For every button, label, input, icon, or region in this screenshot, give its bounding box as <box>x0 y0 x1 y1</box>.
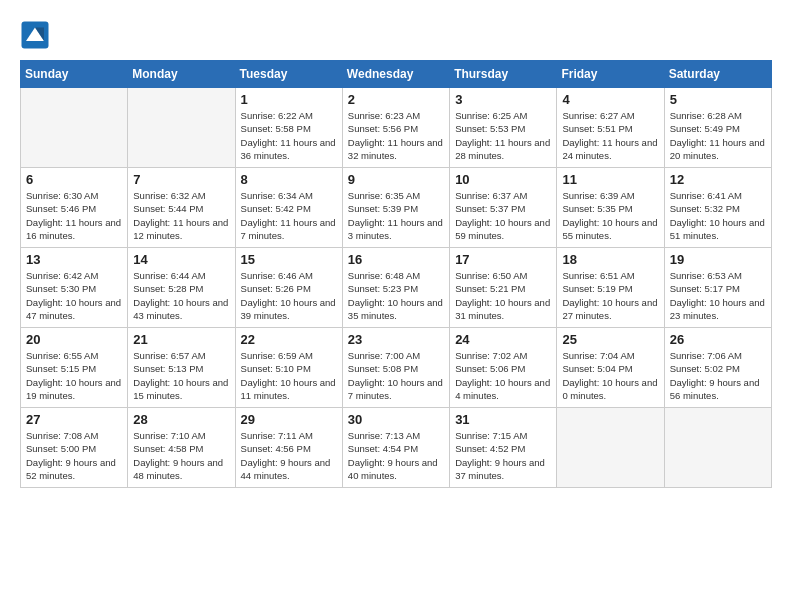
calendar-week-4: 20Sunrise: 6:55 AM Sunset: 5:15 PM Dayli… <box>21 328 772 408</box>
day-info: Sunrise: 6:46 AM Sunset: 5:26 PM Dayligh… <box>241 269 337 322</box>
day-number: 17 <box>455 252 551 267</box>
calendar-week-1: 1Sunrise: 6:22 AM Sunset: 5:58 PM Daylig… <box>21 88 772 168</box>
day-number: 16 <box>348 252 444 267</box>
page-header <box>20 20 772 50</box>
calendar-week-5: 27Sunrise: 7:08 AM Sunset: 5:00 PM Dayli… <box>21 408 772 488</box>
day-number: 29 <box>241 412 337 427</box>
day-number: 30 <box>348 412 444 427</box>
day-number: 7 <box>133 172 229 187</box>
calendar-day: 28Sunrise: 7:10 AM Sunset: 4:58 PM Dayli… <box>128 408 235 488</box>
calendar-day: 30Sunrise: 7:13 AM Sunset: 4:54 PM Dayli… <box>342 408 449 488</box>
weekday-header-tuesday: Tuesday <box>235 61 342 88</box>
calendar-day: 12Sunrise: 6:41 AM Sunset: 5:32 PM Dayli… <box>664 168 771 248</box>
logo <box>20 20 54 50</box>
calendar-day: 26Sunrise: 7:06 AM Sunset: 5:02 PM Dayli… <box>664 328 771 408</box>
calendar-day: 31Sunrise: 7:15 AM Sunset: 4:52 PM Dayli… <box>450 408 557 488</box>
day-info: Sunrise: 6:48 AM Sunset: 5:23 PM Dayligh… <box>348 269 444 322</box>
day-info: Sunrise: 6:23 AM Sunset: 5:56 PM Dayligh… <box>348 109 444 162</box>
day-info: Sunrise: 6:32 AM Sunset: 5:44 PM Dayligh… <box>133 189 229 242</box>
calendar-day: 1Sunrise: 6:22 AM Sunset: 5:58 PM Daylig… <box>235 88 342 168</box>
weekday-header-monday: Monday <box>128 61 235 88</box>
day-number: 12 <box>670 172 766 187</box>
day-info: Sunrise: 6:35 AM Sunset: 5:39 PM Dayligh… <box>348 189 444 242</box>
weekday-header-thursday: Thursday <box>450 61 557 88</box>
calendar-day: 23Sunrise: 7:00 AM Sunset: 5:08 PM Dayli… <box>342 328 449 408</box>
calendar-day: 4Sunrise: 6:27 AM Sunset: 5:51 PM Daylig… <box>557 88 664 168</box>
calendar-day: 22Sunrise: 6:59 AM Sunset: 5:10 PM Dayli… <box>235 328 342 408</box>
day-number: 1 <box>241 92 337 107</box>
day-number: 21 <box>133 332 229 347</box>
day-info: Sunrise: 6:22 AM Sunset: 5:58 PM Dayligh… <box>241 109 337 162</box>
day-number: 5 <box>670 92 766 107</box>
day-info: Sunrise: 7:15 AM Sunset: 4:52 PM Dayligh… <box>455 429 551 482</box>
calendar-day: 14Sunrise: 6:44 AM Sunset: 5:28 PM Dayli… <box>128 248 235 328</box>
day-info: Sunrise: 7:13 AM Sunset: 4:54 PM Dayligh… <box>348 429 444 482</box>
day-info: Sunrise: 7:08 AM Sunset: 5:00 PM Dayligh… <box>26 429 122 482</box>
day-info: Sunrise: 6:51 AM Sunset: 5:19 PM Dayligh… <box>562 269 658 322</box>
day-info: Sunrise: 6:25 AM Sunset: 5:53 PM Dayligh… <box>455 109 551 162</box>
calendar-day: 2Sunrise: 6:23 AM Sunset: 5:56 PM Daylig… <box>342 88 449 168</box>
day-number: 14 <box>133 252 229 267</box>
calendar-body: 1Sunrise: 6:22 AM Sunset: 5:58 PM Daylig… <box>21 88 772 488</box>
calendar-day: 3Sunrise: 6:25 AM Sunset: 5:53 PM Daylig… <box>450 88 557 168</box>
calendar-day <box>21 88 128 168</box>
calendar-day <box>128 88 235 168</box>
calendar-day <box>557 408 664 488</box>
day-number: 11 <box>562 172 658 187</box>
calendar-day: 27Sunrise: 7:08 AM Sunset: 5:00 PM Dayli… <box>21 408 128 488</box>
day-info: Sunrise: 6:59 AM Sunset: 5:10 PM Dayligh… <box>241 349 337 402</box>
calendar-day: 18Sunrise: 6:51 AM Sunset: 5:19 PM Dayli… <box>557 248 664 328</box>
calendar-day <box>664 408 771 488</box>
calendar-day: 6Sunrise: 6:30 AM Sunset: 5:46 PM Daylig… <box>21 168 128 248</box>
day-number: 31 <box>455 412 551 427</box>
day-number: 15 <box>241 252 337 267</box>
day-number: 13 <box>26 252 122 267</box>
day-info: Sunrise: 6:42 AM Sunset: 5:30 PM Dayligh… <box>26 269 122 322</box>
calendar-day: 21Sunrise: 6:57 AM Sunset: 5:13 PM Dayli… <box>128 328 235 408</box>
calendar-day: 20Sunrise: 6:55 AM Sunset: 5:15 PM Dayli… <box>21 328 128 408</box>
day-info: Sunrise: 6:55 AM Sunset: 5:15 PM Dayligh… <box>26 349 122 402</box>
day-number: 25 <box>562 332 658 347</box>
day-info: Sunrise: 6:28 AM Sunset: 5:49 PM Dayligh… <box>670 109 766 162</box>
weekday-header-sunday: Sunday <box>21 61 128 88</box>
calendar-day: 7Sunrise: 6:32 AM Sunset: 5:44 PM Daylig… <box>128 168 235 248</box>
day-info: Sunrise: 7:04 AM Sunset: 5:04 PM Dayligh… <box>562 349 658 402</box>
logo-icon <box>20 20 50 50</box>
day-info: Sunrise: 7:10 AM Sunset: 4:58 PM Dayligh… <box>133 429 229 482</box>
calendar-table: SundayMondayTuesdayWednesdayThursdayFrid… <box>20 60 772 488</box>
day-number: 8 <box>241 172 337 187</box>
calendar-day: 16Sunrise: 6:48 AM Sunset: 5:23 PM Dayli… <box>342 248 449 328</box>
calendar-day: 25Sunrise: 7:04 AM Sunset: 5:04 PM Dayli… <box>557 328 664 408</box>
day-number: 24 <box>455 332 551 347</box>
calendar-day: 5Sunrise: 6:28 AM Sunset: 5:49 PM Daylig… <box>664 88 771 168</box>
day-number: 22 <box>241 332 337 347</box>
day-number: 26 <box>670 332 766 347</box>
day-number: 28 <box>133 412 229 427</box>
day-info: Sunrise: 7:00 AM Sunset: 5:08 PM Dayligh… <box>348 349 444 402</box>
calendar-day: 24Sunrise: 7:02 AM Sunset: 5:06 PM Dayli… <box>450 328 557 408</box>
calendar-day: 17Sunrise: 6:50 AM Sunset: 5:21 PM Dayli… <box>450 248 557 328</box>
calendar-week-3: 13Sunrise: 6:42 AM Sunset: 5:30 PM Dayli… <box>21 248 772 328</box>
day-info: Sunrise: 6:53 AM Sunset: 5:17 PM Dayligh… <box>670 269 766 322</box>
day-number: 6 <box>26 172 122 187</box>
day-info: Sunrise: 6:39 AM Sunset: 5:35 PM Dayligh… <box>562 189 658 242</box>
calendar-week-2: 6Sunrise: 6:30 AM Sunset: 5:46 PM Daylig… <box>21 168 772 248</box>
calendar-day: 15Sunrise: 6:46 AM Sunset: 5:26 PM Dayli… <box>235 248 342 328</box>
calendar-day: 9Sunrise: 6:35 AM Sunset: 5:39 PM Daylig… <box>342 168 449 248</box>
day-number: 18 <box>562 252 658 267</box>
day-number: 4 <box>562 92 658 107</box>
calendar-day: 8Sunrise: 6:34 AM Sunset: 5:42 PM Daylig… <box>235 168 342 248</box>
day-info: Sunrise: 6:27 AM Sunset: 5:51 PM Dayligh… <box>562 109 658 162</box>
day-info: Sunrise: 6:41 AM Sunset: 5:32 PM Dayligh… <box>670 189 766 242</box>
day-number: 3 <box>455 92 551 107</box>
day-info: Sunrise: 7:11 AM Sunset: 4:56 PM Dayligh… <box>241 429 337 482</box>
calendar-day: 19Sunrise: 6:53 AM Sunset: 5:17 PM Dayli… <box>664 248 771 328</box>
day-number: 10 <box>455 172 551 187</box>
day-info: Sunrise: 6:50 AM Sunset: 5:21 PM Dayligh… <box>455 269 551 322</box>
day-number: 23 <box>348 332 444 347</box>
day-number: 19 <box>670 252 766 267</box>
calendar-day: 29Sunrise: 7:11 AM Sunset: 4:56 PM Dayli… <box>235 408 342 488</box>
weekday-header-friday: Friday <box>557 61 664 88</box>
calendar-day: 13Sunrise: 6:42 AM Sunset: 5:30 PM Dayli… <box>21 248 128 328</box>
weekday-header-saturday: Saturday <box>664 61 771 88</box>
